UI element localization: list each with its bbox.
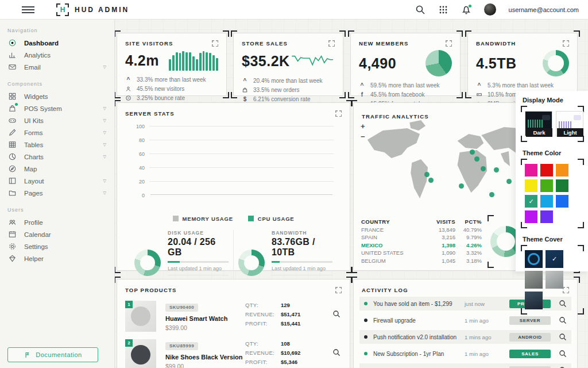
sidebar-item-layout[interactable]: Layout ▽	[0, 175, 114, 187]
map-marker[interactable]	[494, 167, 499, 172]
target-icon	[125, 95, 131, 101]
trend-icon: ^	[359, 82, 365, 89]
theme-color-swatch[interactable]	[525, 210, 537, 223]
uikits-icon	[7, 116, 17, 125]
sidebar-item-pos-system[interactable]: POS System ▽	[0, 102, 114, 114]
magnifier-icon[interactable]	[559, 350, 567, 358]
map-marker[interactable]	[424, 172, 430, 177]
activity-row[interactable]: New Subscription - 1yr Plan 1 min ago SA…	[359, 347, 571, 361]
activity-row[interactable]: Push notification v2.0 installation 1 mi…	[359, 330, 571, 344]
table-row[interactable]: UNITED STATES1,0903.32%	[361, 249, 482, 257]
sidebar-item-charts[interactable]: Charts ▽	[0, 151, 114, 163]
theme-cover-thumb-navy[interactable]: ✓	[546, 250, 563, 268]
nav-section-label: Users	[7, 207, 114, 213]
nav-section-label: Navigation	[7, 28, 114, 33]
theme-color-swatch[interactable]	[525, 179, 537, 192]
map-marker[interactable]	[474, 156, 479, 162]
theme-color-swatch[interactable]: ✓	[525, 195, 537, 208]
sidebar-item-pages[interactable]: Pages ▽	[0, 187, 114, 199]
legend-swatch	[248, 216, 254, 221]
stat-row-text: 45.5% from facebook	[370, 91, 425, 98]
sidebar-item-tables[interactable]: Tables ▽	[0, 139, 114, 151]
theme-cover-thumb-ring-navy[interactable]	[525, 250, 543, 268]
sku-badge: SKU90400	[165, 304, 198, 312]
sidebar-item-calendar[interactable]: Calendar	[0, 228, 114, 240]
map-marker[interactable]	[506, 179, 512, 184]
bandwidth-usage-donut	[238, 250, 265, 276]
app-logo[interactable]: H	[56, 3, 69, 16]
activity-text: Push notification v2.0 installation	[373, 334, 465, 340]
hamburger-menu-icon[interactable]	[22, 6, 34, 13]
theme-color-swatch[interactable]	[556, 164, 568, 177]
theme-color-swatch[interactable]	[540, 195, 553, 208]
theme-color-swatch[interactable]	[540, 179, 553, 192]
magnifier-icon[interactable]	[559, 316, 567, 324]
check-icon: ✓	[552, 255, 557, 263]
sidebar-item-map[interactable]: Map	[0, 163, 114, 175]
theme-cover-thumb-station[interactable]	[546, 271, 563, 289]
product-row: 2 SKU85999 Nike Shoes Black Version $99.…	[125, 339, 342, 368]
sidebar-item-widgets[interactable]: Widgets	[0, 90, 114, 102]
theme-color-swatch[interactable]	[540, 210, 553, 223]
table-row[interactable]: BELGIUM1,0453.18%	[361, 257, 482, 265]
display-mode-option-light[interactable]: Light	[556, 111, 583, 137]
stat-row-text: 20.4% more than last week	[253, 78, 323, 84]
map-zoom-in-button[interactable]: +	[361, 124, 365, 129]
sidebar-item-email[interactable]: Email ▽	[0, 61, 114, 73]
expand-icon[interactable]	[335, 110, 342, 117]
search-icon[interactable]	[415, 5, 425, 15]
expand-icon[interactable]	[446, 40, 452, 47]
pct-cell: 3.32%	[455, 250, 482, 256]
trend-icon: ^	[125, 76, 131, 83]
sidebar-item-profile[interactable]: Profile	[0, 216, 114, 228]
pct-cell: 3.18%	[455, 258, 482, 264]
check-icon: ✓	[528, 198, 533, 205]
table-row[interactable]: FRANCE13,84940.79%	[361, 226, 482, 234]
notification-dot	[469, 5, 471, 7]
profit-value: $5,346	[281, 359, 297, 368]
expand-icon[interactable]	[563, 40, 569, 47]
product-metrics: QTY:129 REVENUE:$51,471 PROFIT:$15,441	[245, 302, 327, 329]
country-visits-table: COUNTRYVISITSPCT%FRANCE13,84940.79%SPAIN…	[361, 218, 482, 264]
user-avatar[interactable]	[484, 3, 496, 16]
theme-color-swatch[interactable]	[525, 164, 537, 177]
calendar-icon	[7, 230, 17, 239]
documentation-button[interactable]: Documentation	[7, 347, 98, 362]
table-row[interactable]: MEXICO1,3984.26%	[361, 241, 482, 250]
expand-icon[interactable]	[328, 40, 335, 47]
sidebar-item-label: Helper	[24, 255, 44, 262]
expand-icon[interactable]	[212, 40, 218, 47]
stat-row-text: 59.5% more than last week	[370, 82, 440, 89]
theme-cover-thumb-rock[interactable]	[525, 271, 543, 289]
sidebar-item-ui-kits[interactable]: UI Kits ▽	[0, 114, 114, 126]
sidebar-item-forms[interactable]: Forms ▽	[0, 126, 114, 139]
analytics-icon	[7, 51, 17, 60]
sidebar-item-helper[interactable]: Helper	[0, 252, 114, 264]
theme-color-swatch[interactable]	[556, 179, 568, 192]
apps-grid-icon[interactable]	[438, 5, 448, 15]
table-row[interactable]: SPAIN3,2169.79%	[361, 233, 482, 241]
activity-row[interactable]: 2 Unread enquiry 2 mins ago ENQUIRY	[359, 363, 571, 368]
activity-row[interactable]: Firewall upgrade 1 min ago SERVER	[359, 313, 571, 327]
profile-icon	[7, 218, 17, 227]
product-price: $399.00	[165, 324, 245, 331]
dashboard-icon	[7, 39, 17, 48]
theme-color-swatch[interactable]	[540, 164, 553, 177]
sidebar-item-dashboard[interactable]: Dashboard	[0, 37, 114, 49]
sidebar-item-settings[interactable]: Settings	[0, 240, 114, 252]
status-dot	[364, 319, 368, 322]
theme-cover-thumb-skyscraper[interactable]	[525, 292, 543, 309]
display-mode-option-dark[interactable]: Dark	[525, 111, 552, 137]
pct-cell: 9.79%	[455, 234, 482, 240]
map-marker[interactable]	[481, 166, 486, 171]
expand-icon[interactable]	[335, 287, 342, 293]
bandwidth-usage-progress	[272, 261, 332, 263]
magnifier-icon[interactable]	[559, 333, 567, 341]
magnifier-icon[interactable]	[332, 348, 341, 356]
magnifier-icon[interactable]	[332, 310, 341, 318]
layout-icon	[7, 177, 17, 186]
map-zoom-out-button[interactable]: −	[361, 134, 365, 140]
theme-color-swatch[interactable]	[556, 195, 568, 208]
sidebar-item-analytics[interactable]: Analytics	[0, 49, 114, 61]
notifications-bell-icon[interactable]	[461, 5, 471, 15]
